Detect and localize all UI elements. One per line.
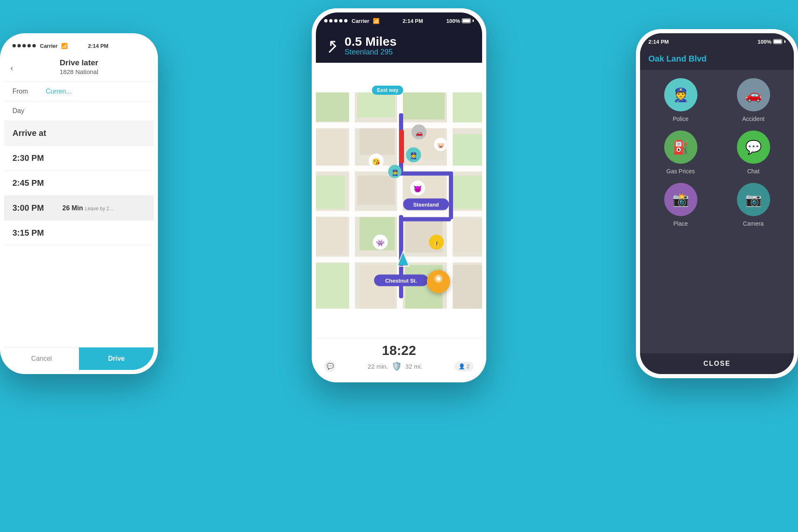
svg-rect-5 [316, 130, 347, 167]
time-245: 2:45 PM [12, 178, 62, 188]
accident-label: Accident [742, 116, 765, 122]
street-name: Oak Land Blvd [648, 54, 786, 64]
east-way-label: East way [372, 86, 403, 95]
cancel-button[interactable]: Cancel [4, 347, 79, 370]
svg-text:👮: 👮 [392, 169, 399, 176]
drive-later-title: Drive later [12, 58, 145, 67]
menu-item-place[interactable]: 📸 Place [648, 183, 713, 227]
time-row-315[interactable]: 3:15 PM [4, 221, 154, 246]
svg-text:👾: 👾 [376, 239, 384, 247]
chat-icon-circle: 💬 [737, 131, 770, 164]
svg-text:🚗: 🚗 [416, 130, 423, 137]
center-bottom-bar: 18:22 💬 22 min. 🛡️ 32 mi. 👤2 [316, 338, 482, 378]
phone-left: Carrier 📶 2:14 PM ‹ Drive later 1828 Nat… [0, 33, 158, 374]
time-left: 2:14 PM [88, 43, 108, 49]
time-230: 2:30 PM [12, 153, 62, 163]
time-315: 3:15 PM [12, 228, 62, 238]
action-bar-left: Cancel Drive [4, 347, 154, 370]
wifi-icon-center: 📶 [373, 18, 379, 24]
from-row: From Curren... [4, 82, 154, 101]
svg-rect-18 [360, 265, 395, 309]
time-right: 2:14 PM [648, 39, 669, 45]
map-area[interactable]: East way East way Steenland Chestnut St.… [316, 63, 482, 338]
menu-item-gas[interactable]: ⛽ Gas Prices [648, 131, 713, 175]
street-header-right: Oak Land Blvd [640, 50, 794, 70]
police-emoji: 👮 [672, 87, 689, 103]
leave-by: Leave by 2... [85, 206, 113, 212]
from-label: From [12, 88, 46, 95]
menu-item-police[interactable]: 👮 Police [648, 78, 713, 122]
time-row-230[interactable]: 2:30 PM [4, 146, 154, 171]
battery-pct-center: 100% [446, 18, 460, 24]
menu-item-accident[interactable]: 🚗 Accident [721, 78, 786, 122]
place-icon-circle: 📸 [664, 183, 697, 216]
carrier-label-left: Carrier [40, 43, 58, 49]
turn-arrow-icon: ↱ [320, 34, 343, 58]
from-value[interactable]: Curren... [46, 88, 71, 95]
travel-time: 26 Min [62, 204, 83, 212]
arrive-at-label: Arrive at [12, 128, 62, 138]
signal-dots [12, 44, 36, 47]
time-300: 3:00 PM [12, 203, 62, 213]
wifi-icon-left: 📶 [61, 43, 68, 49]
waze-logo-icon: 🛡️ [392, 361, 402, 371]
accident-icon-circle: 🚗 [737, 78, 770, 111]
time-row-245[interactable]: 2:45 PM [4, 171, 154, 196]
chat-emoji: 💬 [745, 139, 762, 155]
svg-rect-17 [316, 263, 349, 309]
phone-right: 2:14 PM 100% Oak Land Blvd 👮 Police [636, 29, 798, 378]
gas-icon-circle: ⛽ [664, 131, 697, 164]
svg-rect-6 [360, 126, 395, 155]
svg-rect-25 [349, 93, 355, 309]
svg-rect-4 [453, 93, 482, 126]
menu-item-chat[interactable]: 💬 Chat [721, 131, 786, 175]
svg-rect-20 [453, 265, 482, 309]
close-bar: CLOSE [640, 353, 794, 374]
eta-time: 18:22 [324, 343, 474, 358]
camera-label: Camera [743, 220, 764, 227]
camera-emoji: 📷 [745, 192, 762, 207]
svg-rect-10 [357, 176, 395, 205]
menu-item-camera[interactable]: 📷 Camera [721, 183, 786, 227]
map-svg: East way East way Steenland Chestnut St.… [316, 63, 482, 338]
chat-icon[interactable]: 💬 [324, 360, 336, 372]
phone-center: Carrier 📶 2:14 PM 100% ↱ 0.5 Miles Steen… [312, 8, 486, 382]
svg-text:😘: 😘 [372, 158, 380, 166]
svg-rect-31 [399, 217, 451, 222]
place-emoji: 📸 [672, 192, 689, 207]
nav-distance: 0.5 Miles [345, 35, 397, 48]
eta-miles: 32 mi. [405, 363, 422, 370]
time-row-300[interactable]: 3:00 PM 26 Min Leave by 2... [4, 196, 154, 221]
camera-icon-circle: 📷 [737, 183, 770, 216]
status-bar-right: 2:14 PM 100% [640, 33, 794, 50]
day-row[interactable]: Day [4, 101, 154, 121]
chat-label: Chat [747, 168, 760, 175]
police-label: Police [672, 116, 688, 122]
svg-rect-3 [403, 93, 445, 120]
time-center: 2:14 PM [403, 18, 423, 24]
svg-rect-29 [399, 172, 451, 176]
eta-minutes: 22 min. [368, 363, 388, 370]
nav-street: Steenland 295 [345, 48, 397, 57]
place-label: Place [673, 220, 688, 227]
police-icon-circle: 👮 [664, 78, 697, 111]
arrive-at-row: Arrive at [4, 121, 154, 146]
navigation-bar: ↱ 0.5 Miles Steenland 295 [316, 29, 482, 63]
svg-rect-16 [453, 219, 482, 253]
menu-grid: 👮 Police 🚗 Accident ⛽ Gas Prices [640, 70, 794, 353]
accident-emoji: 🚗 [745, 87, 762, 103]
svg-rect-13 [316, 217, 347, 255]
day-label: Day [12, 107, 46, 115]
svg-point-65 [436, 277, 441, 281]
svg-rect-33 [399, 130, 404, 163]
battery-pct-right: 100% [758, 39, 771, 45]
svg-text:⚠️: ⚠️ [433, 240, 441, 247]
status-bar-center: Carrier 📶 2:14 PM 100% [316, 12, 482, 29]
drive-button[interactable]: Drive [79, 347, 154, 370]
address-subtitle: 1828 National [12, 68, 145, 75]
close-button[interactable]: CLOSE [647, 360, 787, 367]
svg-rect-2 [357, 93, 395, 118]
back-button[interactable]: ‹ [10, 63, 13, 73]
gas-label: Gas Prices [666, 168, 695, 175]
left-header: ‹ Drive later 1828 National [4, 54, 154, 82]
